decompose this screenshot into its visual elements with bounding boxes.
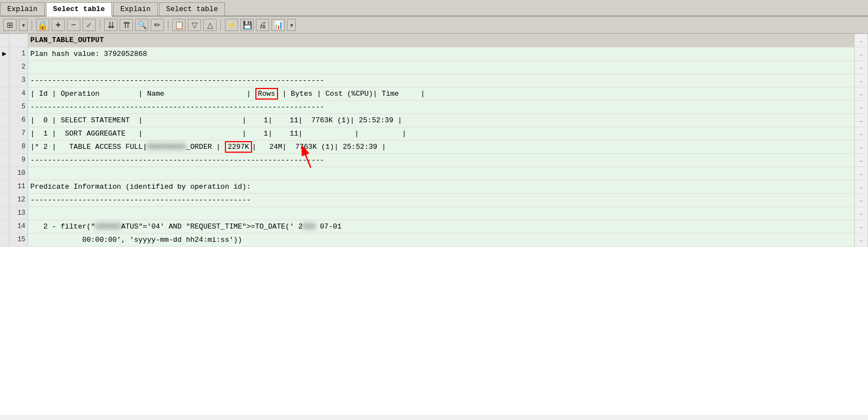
overflow-btn[interactable]: … [855, 74, 868, 87]
row-indicator: ▶ [0, 47, 9, 60]
row-number: 2 [9, 60, 28, 74]
cell-content: ----------------------------------------… [28, 100, 854, 113]
table-row: 15 00:00:00', 'syyyy-mm-dd hh24:mi:ss'))… [0, 233, 868, 246]
row-indicator [0, 140, 9, 153]
eraser-icon[interactable]: ✏ [151, 19, 164, 31]
chart-dropdown-btn[interactable]: ▾ [287, 19, 296, 31]
cell-content: ----------------------------------------… [28, 74, 854, 87]
overflow-btn[interactable]: … [855, 140, 868, 153]
table-row: 7 | 1 | SORT AGGREGATE | | 1| 11| | | … [0, 127, 868, 140]
cell-content: 2 - filter("XXXXXXATUS"='04' AND "REQUES… [28, 220, 854, 233]
overflow-btn[interactable]: … [855, 127, 868, 140]
cell-content: | 0 | SELECT STATEMENT | | 1| 11| 7763K … [28, 113, 854, 127]
cell-content [28, 167, 854, 180]
overflow-btn[interactable]: … [855, 100, 868, 113]
row-indicator [0, 60, 9, 74]
cell-content [28, 206, 854, 220]
overflow-btn[interactable]: … [855, 206, 868, 220]
table-row: 2 … [0, 60, 868, 74]
chart-icon[interactable]: 📊 [271, 19, 285, 31]
row-number [9, 34, 28, 47]
row-indicator [0, 220, 9, 233]
overflow-btn[interactable]: … [855, 180, 868, 193]
cell-content: 00:00:00', 'syyyy-mm-dd hh24:mi:ss')) [28, 233, 854, 246]
row-indicator [0, 180, 9, 193]
sep4 [220, 19, 221, 30]
row-indicator [0, 167, 9, 180]
row-indicator [0, 127, 9, 140]
table-row: 6 | 0 | SELECT STATEMENT | | 1| 11| 7763… [0, 113, 868, 127]
lock-icon[interactable]: 🔒 [36, 19, 49, 31]
add-icon[interactable]: + [52, 19, 65, 31]
row-indicator [0, 193, 9, 206]
row-number: 15 [9, 233, 28, 246]
table-row: 13 … [0, 206, 868, 220]
row-indicator [0, 113, 9, 127]
row-number: 12 [9, 193, 28, 206]
row-number: 9 [9, 153, 28, 167]
grid-icon[interactable]: ⊞ [3, 19, 17, 31]
overflow-btn[interactable]: … [855, 233, 868, 246]
sort-desc-icon[interactable]: ⇊ [104, 19, 117, 31]
tab-explain-1[interactable]: Explain [0, 2, 45, 15]
overflow-btn[interactable]: … [855, 87, 868, 100]
row-number: 3 [9, 74, 28, 87]
tab-explain-2[interactable]: Explain [113, 2, 158, 15]
tab-select-table-1[interactable]: Select table [46, 2, 112, 17]
row-indicator [0, 206, 9, 220]
row-number: 10 [9, 167, 28, 180]
table-row: 8 |* 2 | TABLE ACCESS FULL|XXXXXXXXX_ORD… [0, 140, 868, 153]
minus-icon[interactable]: − [67, 19, 80, 31]
sep1 [32, 19, 32, 30]
overflow-btn[interactable]: … [855, 167, 868, 180]
row-number: 14 [9, 220, 28, 233]
save-icon[interactable]: 💾 [240, 19, 254, 31]
overflow-btn[interactable]: … [855, 34, 868, 47]
find-icon[interactable]: 🔍 [135, 19, 148, 31]
up-icon[interactable]: △ [203, 19, 217, 31]
toolbar: ⊞ ▾ 🔒 + − ✓ ⇊ ⇈ 🔍 ✏ 📋 ▽ △ ⚡ 💾 🖨 📊 ▾ [0, 17, 868, 34]
dropdown-btn[interactable]: ▾ [19, 19, 28, 31]
cell-header: PLAN_TABLE_OUTPUT [28, 34, 854, 47]
cell-content: | Id | Operation | Name | Rows | Bytes |… [28, 87, 854, 100]
row-indicator [0, 74, 9, 87]
overflow-btn[interactable]: … [855, 60, 868, 74]
tab-bar: Explain Select table Explain Select tabl… [0, 0, 868, 17]
table-row: 12 -------------------------------------… [0, 193, 868, 206]
sort-asc-icon[interactable]: ⇈ [120, 19, 133, 31]
table-row: 11 Predicate Information (identified by … [0, 180, 868, 193]
table-row: 10 … [0, 167, 868, 180]
content-area[interactable]: PLAN_TABLE_OUTPUT … ▶ 1 Plan hash value:… [0, 34, 868, 415]
table-row: PLAN_TABLE_OUTPUT … [0, 34, 868, 47]
row-number: 6 [9, 113, 28, 127]
copy-icon[interactable]: 📋 [172, 19, 186, 31]
row-indicator [0, 153, 9, 167]
overflow-btn[interactable]: … [855, 153, 868, 167]
cell-content: ----------------------------------------… [28, 153, 854, 167]
cell-content: | 1 | SORT AGGREGATE | | 1| 11| | | [28, 127, 854, 140]
down-icon[interactable]: ▽ [188, 19, 201, 31]
cell-content: |* 2 | TABLE ACCESS FULL|XXXXXXXXX_ORDER… [28, 140, 854, 153]
table-row: 9 --------------------------------------… [0, 153, 868, 167]
table-row: 5 --------------------------------------… [0, 100, 868, 113]
row-number: 4 [9, 87, 28, 100]
row-indicator [0, 34, 9, 47]
overflow-btn[interactable]: … [855, 220, 868, 233]
cell-content: ----------------------------------------… [28, 193, 854, 206]
cell-content [28, 60, 854, 74]
row-number: 8 [9, 140, 28, 153]
row-number: 5 [9, 100, 28, 113]
check-icon[interactable]: ✓ [83, 19, 96, 31]
row-indicator [0, 233, 9, 246]
row-indicator [0, 87, 9, 100]
cell-content: Plan hash value: 3792052868 [28, 47, 854, 60]
overflow-btn[interactable]: … [855, 193, 868, 206]
connect-icon[interactable]: ⚡ [225, 19, 238, 31]
result-table: PLAN_TABLE_OUTPUT … ▶ 1 Plan hash value:… [0, 34, 868, 247]
table-row: 14 2 - filter("XXXXXXATUS"='04' AND "REQ… [0, 220, 868, 233]
tab-select-table-2[interactable]: Select table [159, 2, 225, 15]
overflow-btn[interactable]: … [855, 47, 868, 60]
overflow-btn[interactable]: … [855, 113, 868, 127]
print-icon[interactable]: 🖨 [256, 19, 269, 31]
row-number: 7 [9, 127, 28, 140]
